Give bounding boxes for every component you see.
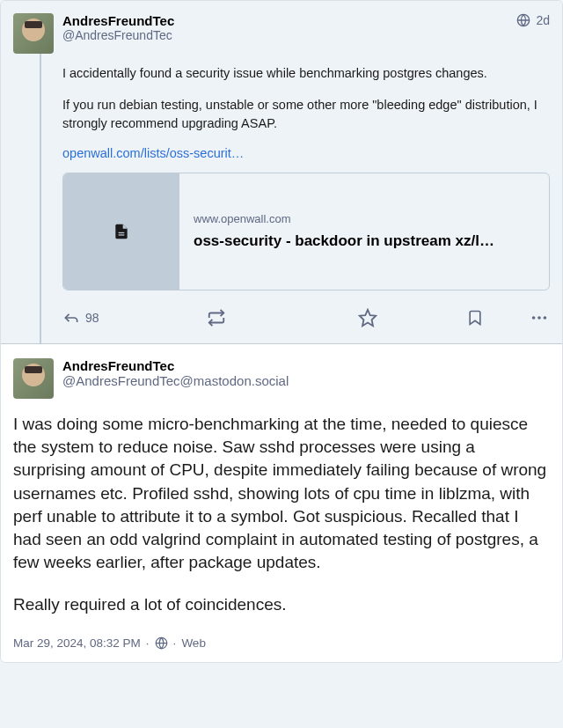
handle: @AndresFreundTec@mastodon.social [62,373,550,388]
post-source: Web [181,636,206,650]
more-button[interactable] [529,308,550,327]
main-post: AndresFreundTec @AndresFreundTec@mastodo… [1,344,562,662]
link-card-domain: www.openwall.com [194,212,535,225]
svg-marker-3 [360,310,376,326]
favorite-button[interactable] [314,308,421,327]
link-card-body: www.openwall.com oss-security - backdoor… [179,173,549,290]
post-footer: Mar 29, 2024, 08:32 PM · · Web [13,636,550,650]
svg-rect-1 [119,232,125,233]
avatar[interactable] [13,13,54,54]
globe-icon [155,636,168,650]
post-body: I was doing some micro-benchmarking at t… [13,413,550,617]
author-block[interactable]: AndresFreundTec @AndresFreundTec [62,13,516,42]
display-name: AndresFreundTec [62,13,516,28]
author-block[interactable]: AndresFreundTec @AndresFreundTec@mastodo… [62,358,550,388]
more-icon [530,308,549,327]
separator: · [146,636,150,650]
post-header: AndresFreundTec @AndresFreundTec@mastodo… [13,358,550,399]
quoted-post: AndresFreundTec @AndresFreundTec 2d I ac… [1,1,562,344]
document-icon [113,221,130,242]
post-text: I accidentally found a security issue wh… [62,64,550,132]
boost-button[interactable] [207,308,314,327]
svg-point-4 [532,316,536,320]
paragraph: Really required a lot of coincidences. [13,593,550,616]
inline-link[interactable]: openwall.com/lists/oss-securit… [62,146,550,160]
link-preview-card[interactable]: www.openwall.com oss-security - backdoor… [62,173,550,290]
boost-icon [207,308,226,327]
separator: · [173,636,177,650]
post-header: AndresFreundTec @AndresFreundTec 2d [13,13,550,54]
reply-button[interactable]: 98 [62,309,99,327]
paragraph: If you run debian testing, unstable or s… [62,96,550,132]
bookmark-button[interactable] [421,309,529,327]
svg-point-5 [537,316,541,320]
paragraph: I was doing some micro-benchmarking at t… [13,413,550,575]
link-card-thumbnail [63,173,179,290]
svg-point-6 [544,316,547,320]
display-name: AndresFreundTec [62,358,550,373]
post-body: I accidentally found a security issue wh… [40,54,550,343]
bookmark-icon [466,309,484,327]
svg-rect-2 [119,234,125,235]
post-age[interactable]: 2d [536,13,550,27]
avatar[interactable] [13,358,54,399]
posts-container: AndresFreundTec @AndresFreundTec 2d I ac… [0,0,563,663]
globe-icon [516,13,530,27]
action-bar: 98 [62,303,550,340]
paragraph: I accidentally found a security issue wh… [62,64,550,82]
handle: @AndresFreundTec [62,28,516,42]
reply-count: 98 [85,311,99,325]
post-meta: 2d [516,13,550,27]
timestamp[interactable]: Mar 29, 2024, 08:32 PM [13,636,141,650]
star-icon [358,308,377,327]
reply-icon [62,309,80,327]
link-card-title: oss-security - backdoor in upstream xz/l… [194,232,535,250]
